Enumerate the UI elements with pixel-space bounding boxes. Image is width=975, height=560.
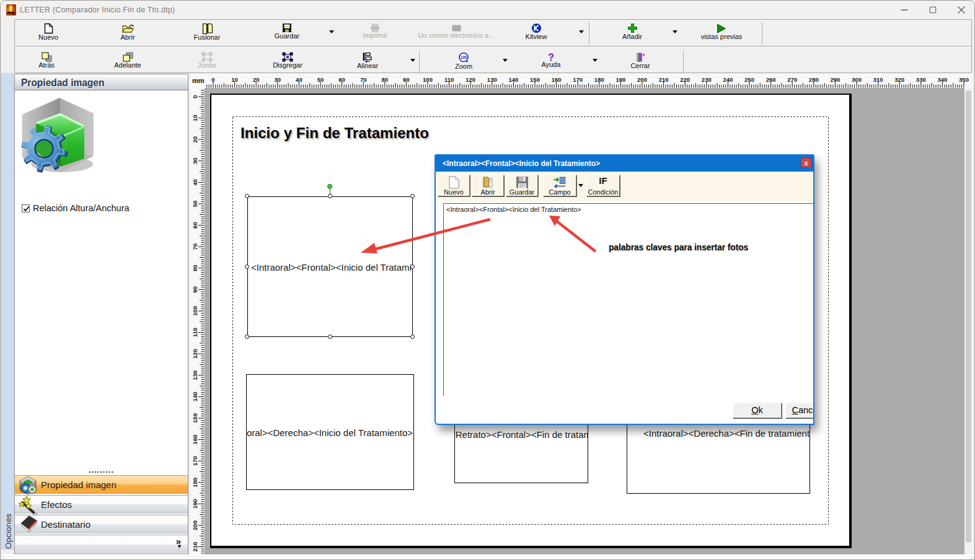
svg-text:280: 280 bbox=[809, 76, 819, 83]
svg-text:210: 210 bbox=[659, 76, 669, 83]
svg-text:150: 150 bbox=[192, 413, 198, 423]
svg-text:30: 30 bbox=[275, 76, 281, 83]
svg-text:140: 140 bbox=[508, 76, 518, 83]
svg-text:180: 180 bbox=[594, 76, 604, 83]
svg-text:120: 120 bbox=[465, 76, 475, 83]
svg-text:40: 40 bbox=[296, 76, 302, 83]
svg-text:110: 110 bbox=[192, 328, 198, 337]
svg-text:110: 110 bbox=[444, 76, 454, 83]
svg-text:160: 160 bbox=[192, 435, 198, 445]
svg-text:100: 100 bbox=[461, 55, 467, 59]
svg-text:70: 70 bbox=[192, 243, 198, 250]
svg-text:80: 80 bbox=[382, 76, 389, 83]
svg-text:210: 210 bbox=[192, 542, 198, 552]
svg-text:170: 170 bbox=[192, 456, 198, 466]
svg-text:60: 60 bbox=[338, 76, 345, 83]
svg-text:40: 40 bbox=[192, 179, 198, 186]
svg-text:0: 0 bbox=[211, 76, 214, 83]
svg-text:200: 200 bbox=[637, 76, 647, 83]
svg-text:330: 330 bbox=[916, 76, 926, 83]
svg-text:10: 10 bbox=[231, 76, 238, 83]
svg-text:200: 200 bbox=[192, 520, 198, 530]
svg-text:340: 340 bbox=[937, 76, 947, 83]
svg-text:300: 300 bbox=[852, 76, 862, 83]
svg-text:10: 10 bbox=[192, 115, 198, 121]
svg-text:100: 100 bbox=[423, 76, 433, 83]
svg-text:240: 240 bbox=[723, 76, 733, 83]
svg-text:130: 130 bbox=[192, 370, 198, 380]
svg-text:290: 290 bbox=[830, 76, 840, 83]
svg-text:250: 250 bbox=[744, 76, 754, 83]
svg-text:80: 80 bbox=[192, 265, 198, 272]
svg-text:160: 160 bbox=[552, 76, 562, 83]
svg-text:90: 90 bbox=[192, 286, 198, 293]
svg-text:190: 190 bbox=[192, 499, 198, 509]
svg-text:230: 230 bbox=[702, 76, 712, 83]
svg-text:270: 270 bbox=[787, 76, 797, 83]
svg-text:20: 20 bbox=[253, 76, 260, 83]
svg-text:220: 220 bbox=[680, 76, 690, 83]
svg-text:190: 190 bbox=[615, 76, 625, 83]
svg-text:70: 70 bbox=[360, 76, 367, 83]
svg-text:350: 350 bbox=[959, 76, 969, 83]
svg-text:310: 310 bbox=[873, 76, 883, 83]
svg-text:150: 150 bbox=[530, 76, 540, 83]
svg-text:100: 100 bbox=[192, 306, 198, 316]
svg-text:50: 50 bbox=[317, 76, 324, 83]
svg-text:320: 320 bbox=[894, 76, 904, 83]
svg-text:20: 20 bbox=[192, 136, 198, 143]
svg-text:130: 130 bbox=[487, 76, 497, 83]
svg-text:140: 140 bbox=[192, 392, 198, 401]
svg-text:30: 30 bbox=[192, 158, 198, 165]
svg-text:90: 90 bbox=[403, 76, 410, 83]
svg-text:260: 260 bbox=[766, 76, 776, 83]
svg-text:0: 0 bbox=[192, 95, 198, 98]
svg-text:60: 60 bbox=[192, 222, 198, 229]
svg-text:120: 120 bbox=[192, 349, 198, 359]
svg-text:50: 50 bbox=[192, 201, 198, 208]
svg-text:180: 180 bbox=[192, 478, 198, 488]
svg-text:170: 170 bbox=[573, 76, 583, 83]
